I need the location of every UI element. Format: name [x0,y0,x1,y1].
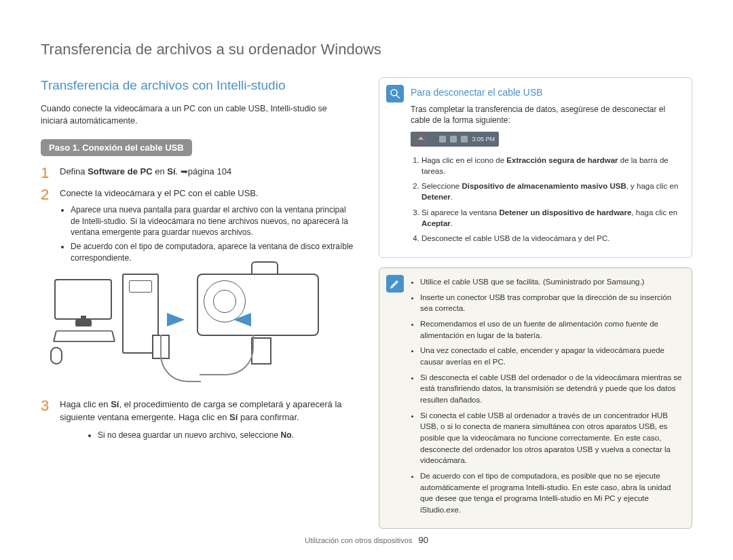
arrow-left-icon [167,313,185,326]
intro-paragraph: Cuando conecte la videocámara a un PC co… [41,102,354,127]
usb-cable-icon [160,335,201,382]
step-text: Conecte la videocámara y el PC con el ca… [60,188,259,198]
page-title: Transferencia de archivos a su ordenador… [41,41,692,58]
bold: Sí [229,412,238,422]
page-footer: Utilización con otros dispositivos 90 [0,535,733,545]
text: para confirmar. [238,412,299,422]
pencil-note-icon [386,275,404,293]
text: , y haga clic en [626,182,679,190]
usb-cable-icon [200,335,254,375]
page-ref: página 104 [188,166,231,176]
safe-remove-icon [415,134,426,145]
taskbar-time: 3:05 PM [472,135,495,144]
monitor-icon [54,279,112,320]
bold: No [281,430,292,440]
list-item: Si aparece la ventana Detener un disposi… [421,207,682,229]
right-column: Para desconectar el cable USB Tras compl… [379,77,692,529]
note-item: Utilice el cable USB que se facilita. (S… [420,276,682,288]
bold: Sí [167,166,175,176]
text: Defina [60,166,88,176]
step-body: Conecte la videocámara y el PC con el ca… [60,187,354,267]
page-number: 90 [418,535,428,545]
bullet: Si no desea guardar un nuevo archivo, se… [98,430,354,440]
arrow-right-icon [233,313,251,326]
text: , haga clic en [631,208,677,217]
note-item: Si conecta el cable USB al ordenador a t… [420,410,682,466]
step-heading-pill: Paso 1. Conexión del cable USB [41,139,192,156]
disconnect-info-block: Para desconectar el cable USB Tras compl… [379,77,692,258]
step-number: 2 [41,187,53,202]
bold: Software de PC [88,166,152,176]
bold: Extracción segura de hardwar [506,156,618,164]
step-number: 3 [41,398,53,413]
bold: Detener [421,193,451,201]
keyboard-icon [53,331,116,342]
text: Si aparece la ventana [421,208,499,217]
step-3: 3 Haga clic en Sí, el procedimiento de c… [41,398,354,424]
manual-page: Transferencia de archivos a su ordenador… [0,0,733,560]
step-1: 1 Defina Software de PC en Sí. ➥página 1… [41,166,354,181]
disconnect-title: Para desconectar el cable USB [411,86,682,100]
list-item: Haga clic en el icono de Extracción segu… [421,155,682,176]
note-item: Recomendamos el uso de un fuente de alim… [420,318,682,341]
text: . [292,430,294,440]
taskbar-illustration: 3:05 PM [411,132,499,147]
text: . [451,193,453,201]
disconnect-steps: Haga clic en el icono de Extracción segu… [411,155,682,244]
bold: Aceptar [421,219,451,227]
text: Seleccione [421,182,462,190]
text: . [451,219,453,227]
left-column: Transferencia de archivos con Intelli-st… [41,77,354,529]
step-number: 1 [41,166,53,181]
text: . [176,166,181,176]
bold: Detener un dispositivo de hardware [499,208,631,217]
note-item: Inserte un conector USB tras comprobar q… [420,292,682,314]
step-body: Haga clic en Sí, el procedimiento de car… [60,398,354,424]
note-item: Si desconecta el cable USB del ordenador… [420,372,682,406]
magnifier-icon [386,85,404,102]
text: Haga clic en [60,399,111,409]
text: en [153,166,168,176]
svg-line-1 [396,95,400,98]
tray-icon [461,136,468,143]
bullet: De acuerdo con el tipo de computadora, a… [71,241,354,264]
page-ref-arrow: ➥ [181,166,188,176]
tray-icon [439,136,446,143]
bold: Sí [111,399,119,409]
tray-icon [450,136,457,143]
mouse-icon [50,347,62,365]
step-body: Defina Software de PC en Sí. ➥página 104 [60,166,354,179]
disconnect-intro: Tras completar la transferencia de datos… [411,104,682,127]
step-3-sub: Si no desea guardar un nuevo archivo, se… [60,430,354,440]
two-column-layout: Transferencia de archivos con Intelli-st… [41,77,692,529]
usb-connection-diagram [54,274,326,389]
note-item: Una vez conectado el cable, encender y a… [420,345,682,367]
list-item: Seleccione Dispositivo de almacenamiento… [421,181,682,202]
svg-point-0 [391,90,397,96]
bold: Dispositivo de almacenamiento masivo USB [462,182,626,190]
note-item: De acuerdo con el tipo de computadora, e… [420,470,682,516]
footer-text: Utilización con otros dispositivos [305,536,412,544]
text: Si no desea guardar un nuevo archivo, se… [98,430,281,440]
text: Haga clic en el icono de [421,156,506,164]
step-2: 2 Conecte la videocámara y el PC con el … [41,187,354,267]
bullet: Aparece una nueva pantalla para guardar … [71,204,354,238]
list-item: Desconecte el cable USB de la videocámar… [421,233,682,244]
camcorder-icon [197,274,319,336]
usb-port-icon [251,337,271,365]
camcorder-handle-icon [251,261,278,274]
section-title: Transferencia de archivos con Intelli-st… [41,77,354,94]
notes-box: Utilice el cable USB que se facilita. (S… [379,267,692,529]
text: Desconecte el cable USB de la videocámar… [421,234,609,242]
